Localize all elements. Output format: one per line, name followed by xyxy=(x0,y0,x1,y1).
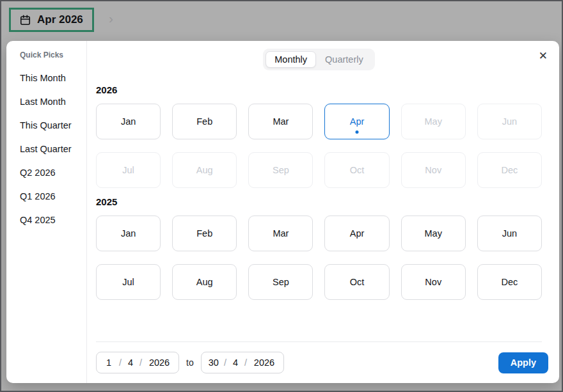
quick-pick-q4-2025[interactable]: Q4 2025 xyxy=(20,213,86,227)
month-button-jan-2026[interactable]: Jan xyxy=(96,104,161,139)
end-day-field[interactable]: 30 xyxy=(209,357,219,368)
month-button-sep-2025[interactable]: Sep xyxy=(248,264,313,300)
quick-pick-last-month[interactable]: Last Month xyxy=(20,95,86,109)
quick-pick-q2-2026[interactable]: Q2 2026 xyxy=(20,166,86,180)
calendar-years: 2026JanFebMarAprMayJunJulAugSepOctNovDec… xyxy=(96,84,542,300)
year-label-2026: 2026 xyxy=(96,84,542,95)
month-label: May xyxy=(425,116,442,127)
month-button-nov-2025[interactable]: Nov xyxy=(401,264,466,300)
month-grid-2025: JanFebMarAprMayJunJulAugSepOctNovDec xyxy=(96,216,542,300)
footer-divider xyxy=(96,341,542,342)
month-label: Nov xyxy=(425,165,441,175)
month-button-apr-2025[interactable]: Apr xyxy=(324,216,389,251)
month-label: Apr xyxy=(350,116,365,127)
quick-pick-last-quarter[interactable]: Last Quarter xyxy=(20,142,86,156)
calendar-icon xyxy=(19,14,31,26)
year-label-2025: 2025 xyxy=(96,196,542,207)
month-label: Nov xyxy=(425,277,441,287)
month-button-aug-2026: Aug xyxy=(172,152,237,188)
month-label: Oct xyxy=(350,165,365,175)
date-separator: / xyxy=(224,357,226,368)
quick-pick-q1-2026[interactable]: Q1 2026 xyxy=(20,189,86,203)
footer-bar: 1 / 4 / 2026 to 30 / 4 / 2026 Apply xyxy=(96,352,548,373)
month-button-jun-2026: Jun xyxy=(477,104,542,139)
month-label: Feb xyxy=(196,228,212,239)
month-button-dec-2026: Dec xyxy=(477,152,542,188)
end-year-field[interactable]: 2026 xyxy=(252,357,276,368)
month-button-may-2025[interactable]: May xyxy=(401,216,466,251)
quick-pick-this-quarter[interactable]: This Quarter xyxy=(20,118,86,132)
quick-picks-sidebar: Quick Picks This MonthLast MonthThis Qua… xyxy=(6,41,87,383)
month-button-nov-2026: Nov xyxy=(401,152,466,188)
month-label: Jan xyxy=(121,116,136,127)
month-label: Jul xyxy=(122,165,134,175)
month-grid-2026: JanFebMarAprMayJunJulAugSepOctNovDec xyxy=(96,104,542,188)
month-label: Sep xyxy=(273,165,289,175)
month-button-jun-2025[interactable]: Jun xyxy=(477,216,542,251)
month-button-oct-2025[interactable]: Oct xyxy=(324,264,389,300)
date-range-trigger-button[interactable]: Apr 2026 xyxy=(9,8,94,32)
month-label: Oct xyxy=(350,277,365,287)
date-separator: / xyxy=(244,357,247,368)
month-label: Dec xyxy=(502,277,518,287)
month-label: Mar xyxy=(273,228,289,239)
range-to-label: to xyxy=(186,357,194,368)
month-button-feb-2026[interactable]: Feb xyxy=(172,104,237,139)
date-separator: / xyxy=(139,357,142,368)
month-label: Jun xyxy=(502,228,517,239)
month-label: Sep xyxy=(273,277,289,287)
month-button-jul-2026: Jul xyxy=(96,152,161,188)
month-button-sep-2026: Sep xyxy=(248,152,313,188)
view-toggle: Monthly Quarterly xyxy=(263,49,374,70)
breadcrumb-chevron-icon: › xyxy=(109,12,113,25)
start-month-field[interactable]: 4 xyxy=(127,357,134,368)
month-button-feb-2025[interactable]: Feb xyxy=(172,216,237,251)
quick-picks-title: Quick Picks xyxy=(20,51,86,59)
month-label: Feb xyxy=(196,116,212,127)
month-button-apr-2026[interactable]: Apr xyxy=(324,104,389,139)
tab-quarterly[interactable]: Quarterly xyxy=(316,51,372,68)
year-section-2026: 2026JanFebMarAprMayJunJulAugSepOctNovDec xyxy=(96,84,542,188)
month-button-dec-2025[interactable]: Dec xyxy=(477,264,542,300)
start-year-field[interactable]: 2026 xyxy=(147,357,171,368)
quick-picks-list: This MonthLast MonthThis QuarterLast Qua… xyxy=(20,71,86,227)
selected-month-dot xyxy=(356,130,359,134)
date-separator: / xyxy=(119,357,122,368)
month-button-oct-2026: Oct xyxy=(324,152,389,188)
month-button-aug-2025[interactable]: Aug xyxy=(172,264,237,300)
start-date-input[interactable]: 1 / 4 / 2026 xyxy=(96,352,179,373)
date-range-trigger-label: Apr 2026 xyxy=(37,13,83,26)
month-button-mar-2025[interactable]: Mar xyxy=(248,216,313,251)
apply-button[interactable]: Apply xyxy=(498,352,548,373)
start-day-field[interactable]: 1 xyxy=(104,357,114,368)
year-section-2025: 2025JanFebMarAprMayJunJulAugSepOctNovDec xyxy=(96,196,542,300)
tab-monthly[interactable]: Monthly xyxy=(266,51,316,68)
month-label: Jul xyxy=(122,277,134,287)
month-label: Mar xyxy=(273,116,289,127)
date-picker-modal: Quick Picks This MonthLast MonthThis Qua… xyxy=(6,41,559,383)
quick-pick-this-month[interactable]: This Month xyxy=(20,71,86,85)
month-label: Jan xyxy=(121,228,136,239)
month-label: Apr xyxy=(350,228,365,239)
month-label: Aug xyxy=(196,165,213,175)
month-label: Dec xyxy=(502,165,518,175)
end-date-input[interactable]: 30 / 4 / 2026 xyxy=(201,352,284,373)
month-button-jul-2025[interactable]: Jul xyxy=(96,264,161,300)
month-label: Jun xyxy=(502,116,517,127)
month-button-may-2026: May xyxy=(401,104,466,139)
month-label: May xyxy=(425,228,442,239)
screen: { "topbar": { "date_button_label": "Apr … xyxy=(0,0,563,392)
picker-content: Monthly Quarterly 2026JanFebMarAprMayJun… xyxy=(96,41,542,383)
month-label: Aug xyxy=(196,277,213,287)
end-month-field[interactable]: 4 xyxy=(232,357,239,368)
month-button-jan-2025[interactable]: Jan xyxy=(96,216,161,251)
month-button-mar-2026[interactable]: Mar xyxy=(248,104,313,139)
